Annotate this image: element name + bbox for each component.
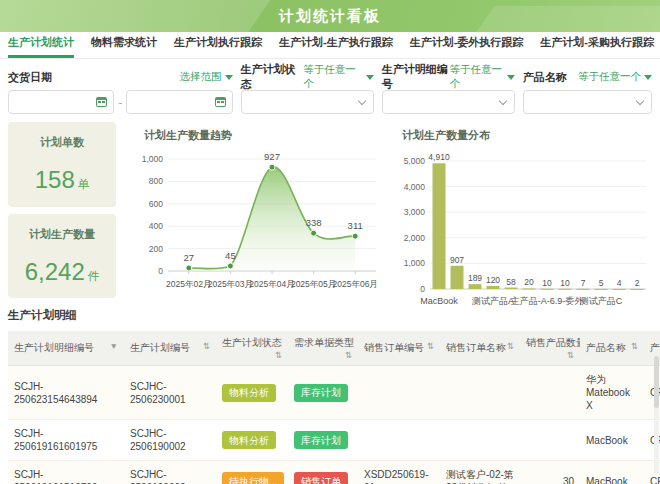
column-label: 需求单据类型 (294, 337, 354, 348)
panels: 计划单数158单计划生产数量6,242件 计划生产数量趋势 0200400600… (0, 120, 660, 298)
tab-5[interactable]: 生产计划-委外执行跟踪 (410, 29, 524, 58)
kpi-label: 计划生产数量 (29, 227, 95, 242)
svg-text:4: 4 (617, 278, 622, 288)
cell-sales-qty (520, 420, 580, 461)
filter-operator[interactable]: 等于任意一个 (303, 63, 373, 91)
column-header-4[interactable]: 需求单据类型⇅ (288, 331, 358, 366)
date-end-input[interactable] (126, 90, 232, 114)
svg-text:10: 10 (560, 278, 570, 288)
filter-bar: 交货日期选择范围-生产计划状态等于任意一个生产计明细编号等于任意一个产品名称等于… (0, 59, 660, 120)
table-scrollbar[interactable] (654, 356, 659, 474)
tab-3[interactable]: 生产计划执行跟踪 (174, 29, 262, 58)
date-start-input[interactable] (8, 90, 114, 114)
column-header-3[interactable]: 生产计划状态⇅ (216, 331, 288, 366)
filter-select[interactable] (241, 90, 374, 114)
svg-text:2025年04月: 2025年04月 (249, 279, 294, 289)
svg-text:800: 800 (149, 176, 163, 186)
svg-text:200: 200 (149, 244, 163, 254)
sort-icon: ⇅ (345, 350, 352, 360)
kpi-label: 计划单数 (40, 135, 84, 150)
svg-text:58: 58 (506, 277, 516, 287)
kpi-card-2: 计划生产数量6,242件 (8, 214, 116, 299)
column-header-7[interactable]: 销售产品数量⇅ (520, 331, 580, 366)
doc-type-badge: 库存计划 (294, 384, 348, 402)
svg-text:测试产品C: 测试产品C (579, 296, 623, 306)
cell-plan-no: SCJHC-2506230001 (124, 366, 216, 420)
banner: 计划统计看板 (0, 0, 660, 32)
svg-text:927: 927 (264, 151, 280, 162)
status-badge: 物料分析 (222, 384, 276, 402)
column-header-5[interactable]: 销售订单编号⇅ (358, 331, 440, 366)
svg-text:45: 45 (225, 250, 236, 261)
cell-status: 物料分析 (216, 366, 288, 420)
cell-sales-order-name (440, 366, 520, 420)
filter-select[interactable] (382, 90, 515, 114)
sort-icon: ⇅ (275, 350, 282, 360)
column-header-2[interactable]: 生产计划编号⇅ (124, 331, 216, 366)
detail-table: 生产计划明细编号▼生产计划编号⇅生产计划状态⇅需求单据类型⇅销售订单编号⇅销售订… (8, 331, 660, 484)
column-header-8[interactable]: 产品名称⇅ (580, 331, 644, 366)
chevron-down-icon (636, 96, 644, 104)
cell-product-name: MacBook (580, 461, 644, 484)
cell-sales-order-no (358, 420, 440, 461)
distribution-bar-chart: 01,0002,0003,0004,0005,0004,910MacBook90… (390, 145, 652, 313)
tab-2[interactable]: 物料需求统计 (91, 29, 157, 58)
tab-4[interactable]: 生产计划-生产执行跟踪 (279, 29, 393, 58)
caret-down-icon (366, 75, 374, 80)
filter-operator[interactable]: 等于任意一个 (578, 70, 652, 84)
svg-text:1,000: 1,000 (404, 258, 426, 268)
svg-text:27: 27 (184, 252, 195, 263)
scrollbar-thumb[interactable] (654, 356, 659, 408)
filter-operator[interactable]: 选择范围 (180, 70, 233, 84)
table-row[interactable]: SCJH-250623154643894SCJHC-2506230001物料分析… (8, 366, 660, 420)
distribution-chart-title: 计划生产数量分布 (390, 122, 652, 145)
filter-group-3: 生产计明细编号等于任意一个 (382, 69, 515, 114)
caret-down-icon (644, 75, 652, 80)
svg-text:主产品-A-6.9-委外: 主产品-A-6.9-委外 (511, 296, 585, 306)
cell-sales-qty: 30 (520, 461, 580, 484)
column-label: 销售订单名称 (446, 342, 506, 353)
filter-operator-label: 选择范围 (180, 70, 222, 84)
filter-operator-label: 等于任意一个 (578, 70, 641, 84)
column-label: 产品编码 (650, 342, 660, 353)
filter-select[interactable] (523, 90, 652, 114)
distribution-chart-panel: 计划生产数量分布 01,0002,0003,0004,0005,0004,910… (390, 122, 652, 298)
table-row[interactable]: SCJH-250619161510706SCJHC-2506190002待执行物… (8, 461, 660, 484)
svg-text:338: 338 (306, 217, 322, 228)
column-label: 生产计划明细编号 (14, 342, 94, 353)
status-badge: 待执行物... (222, 472, 284, 484)
sort-icon: ⇅ (427, 341, 434, 351)
column-label: 销售订单编号 (364, 342, 424, 353)
svg-text:2,000: 2,000 (404, 233, 426, 243)
cell-detail-no: SCJH-250623154643894 (8, 366, 124, 420)
cell-sales-order-name (440, 420, 520, 461)
sort-icon: ⇅ (567, 350, 574, 360)
svg-text:2025年05月: 2025年05月 (291, 279, 336, 289)
cell-status: 待执行物... (216, 461, 288, 484)
doc-type-badge: 销售订单 (294, 472, 348, 484)
svg-text:4,910: 4,910 (428, 152, 450, 162)
filter-group-2: 生产计划状态等于任意一个 (241, 69, 374, 114)
kpi-card-1: 计划单数158单 (8, 122, 116, 207)
cell-sales-qty (520, 366, 580, 420)
tab-6[interactable]: 生产计划-采购执行跟踪 (540, 29, 654, 58)
trend-chart-panel: 计划生产数量趋势 02004006008001,000272025年02月452… (132, 122, 386, 298)
column-header-6[interactable]: 销售订单名称⇅ (440, 331, 520, 366)
svg-text:5: 5 (599, 278, 604, 288)
cell-detail-no: SCJH-250619161510706 (8, 461, 124, 484)
filter-group-1: 交货日期选择范围- (8, 69, 233, 114)
svg-text:2: 2 (635, 278, 640, 288)
detail-table-section: 生产计划明细 生产计划明细编号▼生产计划编号⇅生产计划状态⇅需求单据类型⇅销售订… (0, 298, 660, 484)
caret-down-icon (507, 75, 515, 80)
table-row[interactable]: SCJH-250619161601975SCJHC-2506190002物料分析… (8, 420, 660, 461)
svg-text:2025年06月: 2025年06月 (333, 279, 378, 289)
filter-operator[interactable]: 等于任意一个 (450, 63, 515, 91)
tab-1[interactable]: 生产计划统计 (8, 29, 74, 58)
svg-text:4,000: 4,000 (404, 182, 426, 192)
column-header-1[interactable]: 生产计划明细编号▼ (8, 331, 124, 366)
svg-text:0: 0 (420, 284, 425, 294)
cell-sales-order-name: 测试客户-02-第23份销售订单 (440, 461, 520, 484)
kpi-value: 6,242件 (25, 258, 100, 286)
chevron-down-icon (499, 96, 507, 104)
calendar-icon (215, 97, 226, 107)
